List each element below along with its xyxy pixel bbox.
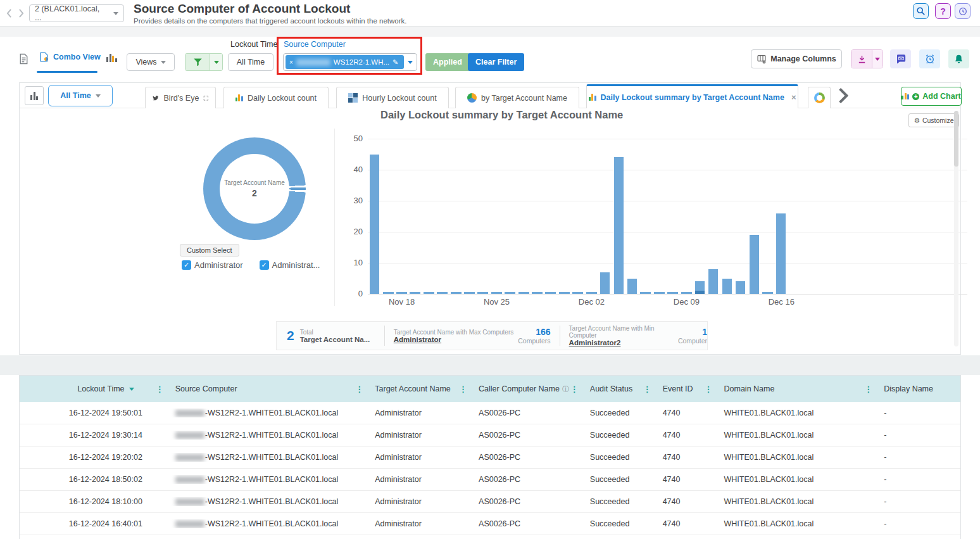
chart-type-button[interactable]	[25, 86, 44, 105]
bar-slot-2[interactable]	[395, 139, 408, 294]
legend-item-1[interactable]: ✓Administrator	[182, 260, 243, 270]
bar-slot-24[interactable]	[693, 139, 707, 294]
bar-slot-9[interactable]	[490, 139, 503, 294]
domain-context-selector[interactable]: 2 (BLACK01.local, ...	[29, 4, 124, 22]
bar-slot-27[interactable]	[734, 139, 747, 294]
bar-slot-22[interactable]	[666, 139, 679, 294]
source-computer-filter-field[interactable]: × WS12R2-1.WH... ✎	[283, 53, 417, 71]
bar-slot-4[interactable]	[422, 139, 436, 294]
bar-segment-administrator[interactable]	[627, 279, 637, 295]
column-menu-icon[interactable]: ⋮	[570, 384, 579, 394]
close-icon[interactable]: ×	[791, 92, 796, 102]
column-menu-icon[interactable]: ⋮	[643, 384, 651, 394]
expand-icon[interactable]	[203, 94, 209, 102]
tab-combo-view[interactable]: Combo View	[39, 52, 101, 62]
bar-slot-30[interactable]	[774, 139, 788, 294]
table-row-1[interactable]: 16-12-2024 19:50:01-WS12R2-1.WHITE01.BLA…	[20, 402, 960, 424]
column-menu-icon[interactable]: ⋮	[864, 384, 872, 394]
customize-button[interactable]: ⚙ Customize	[908, 113, 959, 127]
chart-scrollbar-thumb[interactable]	[954, 111, 958, 167]
bar-segment-administrator[interactable]	[736, 281, 745, 294]
donut-chart[interactable]: Target Account Name 2	[203, 137, 306, 240]
filter-button[interactable]	[185, 54, 210, 70]
alerts-button[interactable]	[948, 49, 969, 68]
feedback-button[interactable]	[890, 49, 911, 68]
filter-dropdown[interactable]	[210, 54, 222, 70]
sort-caret-icon[interactable]	[129, 388, 134, 391]
bar-segment-administrator[interactable]	[614, 157, 624, 294]
search-button[interactable]	[913, 3, 929, 19]
column-header-1[interactable]: Lockout Time⋮	[20, 376, 166, 402]
stat-min-name-link[interactable]: Administrator2	[569, 339, 678, 346]
bar-slot-6[interactable]	[449, 139, 462, 294]
chart-view-button[interactable]	[106, 53, 117, 65]
column-menu-icon[interactable]: ⋮	[156, 384, 164, 394]
stat-max-name-link[interactable]: Administrator	[394, 336, 514, 343]
checkbox-checked-icon[interactable]: ✓	[260, 260, 269, 270]
bar-slot-10[interactable]	[503, 139, 517, 294]
bar-slot-12[interactable]	[531, 139, 544, 294]
bar-slot-0[interactable]	[368, 139, 381, 294]
export-button[interactable]	[851, 50, 872, 68]
bar-slot-18[interactable]	[612, 139, 625, 294]
bar-slot-29[interactable]	[761, 139, 774, 294]
chart-tab-4[interactable]: by Target Account Name	[455, 87, 579, 108]
export-dropdown[interactable]	[872, 50, 883, 68]
bar-slot-15[interactable]	[571, 139, 584, 294]
bar-segment-administrator[interactable]	[370, 155, 379, 295]
bar-slot-26[interactable]	[720, 139, 734, 294]
bar-segment-administrator[interactable]	[750, 235, 759, 294]
chevron-down-icon[interactable]	[408, 61, 413, 64]
bar-segment-administrator[interactable]	[600, 272, 610, 294]
chart-time-range-dropdown[interactable]: All Time	[48, 85, 113, 106]
schedule-button[interactable]	[919, 49, 940, 68]
bar-slot-20[interactable]	[639, 139, 652, 294]
bar-segment-administrator2[interactable]	[695, 291, 705, 294]
column-menu-icon[interactable]: ⋮	[705, 384, 713, 394]
back-icon[interactable]	[4, 5, 15, 22]
bar-slot-3[interactable]	[408, 139, 422, 294]
bar-slot-11[interactable]	[517, 139, 530, 294]
manage-columns-button[interactable]: Manage Columns	[751, 49, 842, 68]
chart-tab-5[interactable]: Daily Lockout summary by Target Account …	[586, 84, 798, 108]
table-row-4[interactable]: 16-12-2024 18:50:02-WS12R2-1.WHITE01.BLA…	[20, 469, 960, 491]
table-row-5[interactable]: 16-12-2024 18:10:00-WS12R2-1.WHITE01.BLA…	[20, 491, 960, 513]
custom-select-button[interactable]: Custom Select	[180, 244, 239, 257]
bar-slot-23[interactable]	[679, 139, 693, 294]
bar-slot-5[interactable]	[436, 139, 449, 294]
bar-slot-1[interactable]	[381, 139, 394, 294]
history-button[interactable]	[955, 3, 971, 19]
bar-slot-13[interactable]	[544, 139, 557, 294]
help-button[interactable]: ?	[935, 3, 951, 19]
chart-tab-3[interactable]: Hourly Lockout count	[336, 87, 449, 108]
tabs-scroll-next[interactable]	[838, 88, 848, 106]
bar-segment-administrator[interactable]	[708, 269, 718, 294]
clear-filter-button[interactable]: Clear Filter	[468, 53, 524, 71]
chart-tab-2[interactable]: Daily Lockout count	[223, 87, 329, 108]
bar-slot-28[interactable]	[747, 139, 760, 294]
bar-slot-14[interactable]	[558, 139, 571, 294]
chip-remove-icon[interactable]: ×	[289, 59, 293, 66]
table-row-6[interactable]: 16-12-2024 16:40:01-WS12R2-1.WHITE01.BLA…	[20, 513, 960, 535]
bar-slot-7[interactable]	[463, 139, 476, 294]
bar-slot-16[interactable]	[585, 139, 598, 294]
legend-item-2[interactable]: ✓Administrat...	[260, 260, 320, 270]
table-row-2[interactable]: 16-12-2024 19:30:14-WS12R2-1.WHITE01.BLA…	[20, 424, 960, 447]
bar-slot-17[interactable]	[598, 139, 612, 294]
bar-slot-25[interactable]	[707, 139, 720, 294]
forward-icon[interactable]	[16, 5, 27, 22]
bar-slot-8[interactable]	[476, 139, 489, 294]
tab-overflow-donut[interactable]	[808, 87, 831, 108]
table-row-3[interactable]: 16-12-2024 19:20:02-WS12R2-1.WHITE01.BLA…	[20, 447, 960, 469]
bar-segment-administrator[interactable]	[722, 279, 732, 295]
info-icon[interactable]: ⓘ	[562, 384, 569, 394]
add-chart-button[interactable]: + Add Chart	[901, 87, 962, 106]
grid-view-button[interactable]	[19, 53, 28, 67]
chart-tab-1[interactable]: Bird's Eye	[145, 87, 216, 108]
column-menu-icon[interactable]: ⋮	[355, 384, 363, 394]
bar-segment-administrator[interactable]	[776, 213, 786, 294]
bar-segment-administrator[interactable]	[695, 281, 705, 291]
checkbox-checked-icon[interactable]: ✓	[182, 260, 191, 270]
bar-slot-19[interactable]	[625, 139, 639, 294]
lockout-time-dropdown[interactable]: All Time	[228, 53, 273, 71]
